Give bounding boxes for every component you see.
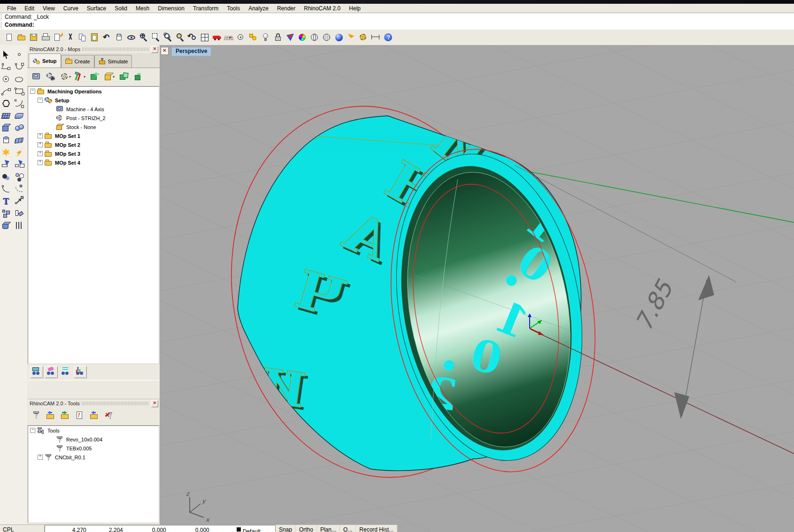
menu-item[interactable]: Solid xyxy=(110,4,131,13)
tree-item[interactable]: MOp Set 3 xyxy=(28,149,159,158)
mops-panel-title[interactable]: RhinoCAM 2.0 - Mops ✕ xyxy=(27,45,160,53)
point-icon[interactable] xyxy=(13,49,25,61)
menu-item[interactable]: Mesh xyxy=(131,4,154,13)
mops-toolbar-button[interactable]: ▾ xyxy=(45,70,58,84)
tab[interactable]: Setup xyxy=(29,53,61,68)
sphere-grid-icon[interactable] xyxy=(321,32,332,43)
freeform-curve-icon[interactable] xyxy=(13,98,25,110)
status-toggle[interactable]: Record Hist... xyxy=(356,525,397,532)
circle-center-icon[interactable] xyxy=(236,32,247,43)
mops-toolbar-button[interactable]: ▾ xyxy=(132,70,145,84)
menu-item[interactable]: Render xyxy=(273,4,300,13)
tree-item[interactable]: Machining Operations xyxy=(28,87,159,96)
select-cursor-icon[interactable] xyxy=(0,49,12,61)
fillet-icon[interactable] xyxy=(0,183,12,195)
new-file-icon[interactable] xyxy=(4,32,15,43)
save-icon[interactable] xyxy=(28,32,39,43)
close-icon[interactable]: ✕ xyxy=(161,47,169,55)
blend-icon[interactable] xyxy=(0,171,12,183)
tools-toolbar-button[interactable] xyxy=(30,410,43,423)
command-prompt-line[interactable]: Command: xyxy=(0,21,794,30)
spheres-icon[interactable] xyxy=(13,122,25,134)
tree-item[interactable]: Post - STRIZH_2 xyxy=(28,114,159,122)
menu-item[interactable]: View xyxy=(39,4,59,13)
polyline-icon[interactable] xyxy=(0,61,12,73)
status-toggle[interactable]: Ortho xyxy=(296,525,317,532)
zoom-in-icon[interactable] xyxy=(138,32,149,43)
curved-surface-icon[interactable] xyxy=(13,110,25,122)
menu-item[interactable]: Transform xyxy=(189,4,223,13)
menu-item[interactable]: Help xyxy=(345,4,365,13)
circle-icon[interactable] xyxy=(0,73,12,85)
mops-toolbar-button[interactable]: ▾ xyxy=(74,70,87,84)
tree-item[interactable]: CNCbit_R0.1 xyxy=(28,453,159,462)
chevron-down-icon[interactable]: ▾ xyxy=(84,72,86,82)
expand-toggle-icon[interactable] xyxy=(38,151,43,156)
four-viewports-icon[interactable] xyxy=(199,32,210,43)
undo-view-icon[interactable] xyxy=(187,32,198,43)
distribute-icon[interactable] xyxy=(13,220,25,232)
dimension-icon[interactable] xyxy=(370,32,381,43)
tree-item[interactable]: TEBx0.005 xyxy=(28,444,159,453)
close-icon[interactable]: ✕ xyxy=(151,400,158,407)
menu-item[interactable]: Analyze xyxy=(244,4,273,13)
expand-toggle-icon[interactable] xyxy=(38,133,43,138)
rectangle-icon[interactable] xyxy=(13,85,25,98)
show-info-button[interactable] xyxy=(59,366,72,378)
open-file-icon[interactable] xyxy=(16,32,27,43)
menu-item[interactable]: Tools xyxy=(223,4,244,13)
cplane-button[interactable]: CPL xyxy=(0,525,45,532)
drag-grip[interactable] xyxy=(0,22,2,29)
solid-box-icon[interactable] xyxy=(0,220,12,232)
perspective-viewport[interactable]: Й Й Н Н А А Ч Ч И И xyxy=(160,45,794,532)
tools-toolbar-button[interactable] xyxy=(45,410,58,423)
stock-cylinder[interactable]: Й Й Н Н А А Ч Ч И И xyxy=(238,105,619,488)
flag-icon[interactable] xyxy=(346,32,357,43)
zoom-window-icon[interactable] xyxy=(150,32,162,43)
menu-item[interactable]: Curve xyxy=(59,4,83,13)
zoom-extents-icon[interactable] xyxy=(162,32,174,43)
mops-toolbar-button[interactable]: ▾ xyxy=(117,70,131,84)
menu-item[interactable]: Surface xyxy=(83,4,110,13)
offset-icon[interactable] xyxy=(13,183,25,195)
expand-toggle-icon[interactable] xyxy=(30,89,35,94)
menu-item[interactable]: Dimension xyxy=(154,4,189,13)
curve-icon[interactable] xyxy=(13,61,25,73)
status-toggle[interactable]: Plan... xyxy=(317,525,340,532)
status-toggle[interactable]: Snap xyxy=(276,525,296,532)
tree-item[interactable]: Tools xyxy=(28,426,159,435)
command-history-line[interactable]: Command: _Lock xyxy=(0,13,794,22)
mops-toolbar-button[interactable]: ▾ xyxy=(88,70,101,84)
show-toolpath-button[interactable] xyxy=(45,366,58,378)
options-gear-icon[interactable] xyxy=(358,32,369,43)
render-wedge-icon[interactable] xyxy=(285,32,296,43)
tree-item[interactable]: Setup xyxy=(28,96,159,105)
tools-panel-title[interactable]: RhinoCAM 2.0 - Tools ✕ xyxy=(27,399,160,407)
curve-boolean-icon[interactable] xyxy=(13,171,25,183)
select-objects-icon[interactable] xyxy=(248,32,259,43)
show-axes-button[interactable] xyxy=(74,366,87,378)
menu-item[interactable]: Edit xyxy=(20,4,39,13)
lightbulb-icon[interactable] xyxy=(260,32,271,43)
tools-toolbar-button[interactable] xyxy=(74,410,87,423)
lock-icon[interactable] xyxy=(272,32,284,43)
chevron-down-icon[interactable]: ▾ xyxy=(69,72,72,82)
show-stock-button[interactable] xyxy=(30,366,43,378)
car-icon[interactable] xyxy=(211,32,223,43)
drag-grip[interactable] xyxy=(0,14,2,21)
tree-item[interactable]: MOp Set 4 xyxy=(28,158,159,167)
layer-indicator[interactable]: Default xyxy=(237,525,261,532)
surface-sheet-icon[interactable] xyxy=(13,134,25,146)
undo-icon[interactable] xyxy=(101,32,113,43)
expand-toggle-icon[interactable] xyxy=(38,142,43,147)
expand-toggle-icon[interactable] xyxy=(38,455,43,460)
close-icon[interactable]: ✕ xyxy=(151,46,158,53)
tree-item[interactable]: Machine - 4 Axis xyxy=(28,105,159,114)
surface-patch-icon[interactable] xyxy=(0,110,12,122)
paste-icon[interactable] xyxy=(89,32,100,43)
ellipse-icon[interactable] xyxy=(13,73,25,85)
arc-icon[interactable] xyxy=(0,85,12,98)
expand-toggle-icon[interactable] xyxy=(30,428,35,433)
scale-icon[interactable] xyxy=(13,195,25,207)
array-icon[interactable] xyxy=(0,207,12,220)
